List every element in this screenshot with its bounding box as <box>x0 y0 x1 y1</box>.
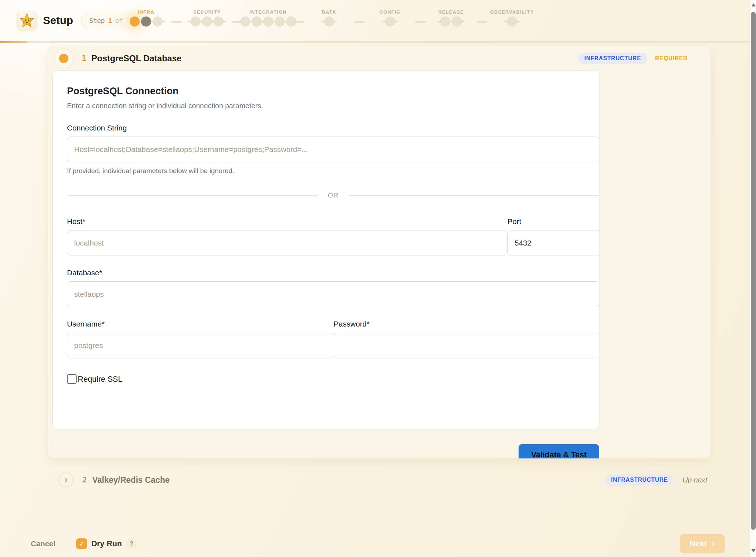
stepper-dots <box>324 16 334 27</box>
step-dot-upcoming[interactable] <box>240 16 250 27</box>
active-section-dot <box>59 54 68 63</box>
port-input[interactable] <box>507 230 599 256</box>
step-dot-upcoming[interactable] <box>440 16 450 27</box>
validate-test-button[interactable]: Validate & Test <box>519 444 599 459</box>
scrollbar-thumb[interactable] <box>751 12 756 530</box>
step-dot-upcoming[interactable] <box>507 16 517 27</box>
chevron-right-icon: › <box>712 538 715 549</box>
stepper-group-infra: INFRA <box>130 9 163 27</box>
category-badge: INFRASTRUCTURE <box>605 474 674 486</box>
step-dot-upcoming[interactable] <box>263 16 273 27</box>
wizard-progress-fill <box>0 41 28 43</box>
divider-line <box>67 195 318 196</box>
cancel-button[interactable]: Cancel <box>31 539 56 548</box>
stepper: INFRASECURITYINTEGRATIONDATACONFIGRELEAS… <box>0 9 750 34</box>
step-dot-upcoming[interactable] <box>191 16 201 27</box>
step-dot-upcoming[interactable] <box>324 16 334 27</box>
connection-string-label: Connection String <box>67 124 599 132</box>
step-dot-upcoming[interactable] <box>275 16 285 27</box>
section-card-header: 1 PostgreSQL Database INFRASTRUCTURE REQ… <box>48 46 711 70</box>
stepper-connector <box>293 21 304 23</box>
step-dot-active[interactable] <box>130 16 140 27</box>
scroll-up-arrow-icon[interactable] <box>751 3 756 6</box>
stepper-connector <box>354 21 365 23</box>
username-label: Username* <box>67 320 333 328</box>
step-dot-upcoming[interactable] <box>213 16 223 27</box>
form-heading: PostgreSQL Connection <box>67 86 599 97</box>
or-label: OR <box>328 191 339 199</box>
step-dot-queued[interactable] <box>141 16 151 27</box>
dry-run-toggle[interactable]: ✓ Dry Run ? <box>76 538 137 549</box>
stepper-connector <box>476 21 487 23</box>
section-number: 1 <box>82 54 86 63</box>
stepper-group-label: CONFIG <box>380 9 401 15</box>
vertical-scrollbar[interactable] <box>750 0 756 557</box>
next-button[interactable]: Next › <box>680 534 725 553</box>
stepper-group-release: RELEASE <box>438 9 464 27</box>
port-label: Port <box>507 217 599 226</box>
dry-run-help-button[interactable]: ? <box>126 538 137 549</box>
stepper-group-label: OBSERVABILITY <box>490 9 534 15</box>
dry-run-label: Dry Run <box>91 539 122 548</box>
stepper-group-security: SECURITY <box>191 9 223 27</box>
database-label: Database* <box>67 268 599 277</box>
check-icon: ✓ <box>79 540 85 548</box>
stepper-dots <box>240 16 296 27</box>
stepper-dots <box>191 16 223 27</box>
stepper-dots <box>440 16 462 27</box>
up-next-status: Up next <box>683 476 707 484</box>
password-input[interactable] <box>334 333 600 358</box>
postgres-connection-panel: PostgreSQL Connection Enter a connection… <box>52 70 599 429</box>
stepper-group-label: INTEGRATION <box>250 9 287 15</box>
form-subheading: Enter a connection string or individual … <box>67 102 599 110</box>
next-button-label: Next <box>690 539 707 548</box>
stepper-group-integration: INTEGRATION <box>240 9 296 27</box>
question-icon: ? <box>130 540 133 547</box>
chevron-right-icon: › <box>64 475 67 485</box>
section-badges: INFRASTRUCTURE REQUIRED <box>578 53 688 64</box>
section-title[interactable]: Valkey/Redis Cache <box>92 475 170 485</box>
dry-run-checkbox[interactable]: ✓ <box>76 538 87 549</box>
category-badge: INFRASTRUCTURE <box>578 53 647 64</box>
stepper-group-label: RELEASE <box>438 9 464 15</box>
wizard-progress-track <box>0 41 750 43</box>
scroll-down-arrow-icon[interactable] <box>751 549 756 552</box>
stepper-connector <box>415 21 426 23</box>
stepper-group-data: DATA <box>322 9 336 27</box>
section-title: PostgreSQL Database <box>91 53 182 63</box>
step-dot-upcoming[interactable] <box>252 16 262 27</box>
host-input[interactable] <box>67 230 506 256</box>
password-label: Password* <box>334 320 600 328</box>
host-label: Host* <box>67 217 506 226</box>
section-card-postgresql: 1 PostgreSQL Database INFRASTRUCTURE REQ… <box>48 46 711 459</box>
require-ssl-checkbox[interactable] <box>67 374 77 384</box>
stepper-group-observability: OBSERVABILITY <box>490 9 534 27</box>
section-status-toggle[interactable] <box>54 48 74 68</box>
stepper-group-label: SECURITY <box>193 9 221 15</box>
step-dot-upcoming[interactable] <box>153 16 163 27</box>
require-ssl-label: Require SSL <box>78 375 122 384</box>
stepper-group-label: DATA <box>322 9 336 15</box>
stepper-group-config: CONFIG <box>380 9 401 27</box>
stepper-dots <box>507 16 517 27</box>
require-ssl-row[interactable]: Require SSL <box>67 374 599 384</box>
stepper-group-label: INFRA <box>138 9 155 15</box>
step-dot-upcoming[interactable] <box>202 16 212 27</box>
stepper-dots <box>385 16 395 27</box>
step-dot-upcoming[interactable] <box>452 16 462 27</box>
stepper-connector <box>171 21 182 23</box>
header: Setup Step 1 of 16 INFRASECURITYINTEGRAT… <box>0 0 750 40</box>
required-badge: REQUIRED <box>655 55 688 62</box>
database-input[interactable] <box>67 281 599 307</box>
username-input[interactable] <box>67 333 333 358</box>
expand-section-button[interactable]: › <box>58 472 73 487</box>
connection-string-help: If provided, individual parameters below… <box>67 167 599 175</box>
connection-string-input[interactable] <box>67 137 599 162</box>
stepper-dots <box>130 16 163 27</box>
divider-line <box>349 195 599 196</box>
section-row-valkey: › 2 Valkey/Redis Cache INFRASTRUCTURE Up… <box>58 472 707 488</box>
or-divider: OR <box>67 191 599 199</box>
section-number: 2 <box>82 476 87 484</box>
step-dot-upcoming[interactable] <box>385 16 395 27</box>
wizard-footer: Cancel ✓ Dry Run ? Next › <box>0 533 750 554</box>
